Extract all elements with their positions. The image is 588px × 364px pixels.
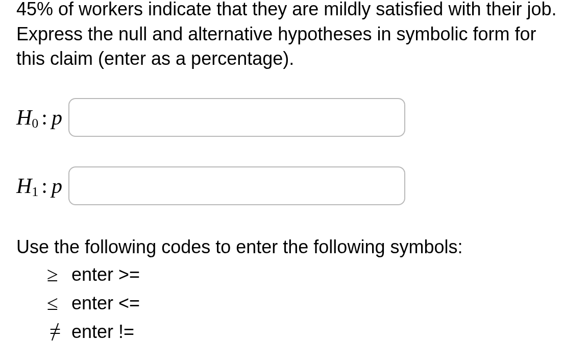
h0-p: p bbox=[52, 105, 62, 130]
hypothesis-block: H0 : p H1 : p bbox=[16, 98, 572, 205]
h0-sub: 0 bbox=[32, 116, 38, 131]
h0-colon: : bbox=[41, 105, 47, 130]
question-container: 45% of workers indicate that they are mi… bbox=[0, 0, 588, 346]
h0-label: H0 : p bbox=[16, 105, 62, 130]
h1-label: H1 : p bbox=[16, 174, 62, 198]
h0-input[interactable] bbox=[68, 98, 405, 137]
ne-symbol-icon bbox=[47, 318, 69, 346]
le-text: enter <= bbox=[71, 290, 140, 316]
ne-text: enter != bbox=[71, 319, 134, 345]
h1-sub: 1 bbox=[32, 184, 38, 200]
h0-H: H bbox=[16, 105, 32, 130]
h1-input[interactable] bbox=[68, 166, 405, 205]
question-text: 45% of workers indicate that they are mi… bbox=[16, 0, 572, 71]
h1-H: H bbox=[16, 174, 32, 198]
h1-row: H1 : p bbox=[16, 166, 572, 205]
neq-glyph bbox=[47, 318, 63, 346]
codes-list: ≥ enter >= ≤ enter <= enter != bbox=[16, 260, 572, 346]
h1-colon: : bbox=[41, 174, 47, 198]
code-row-le: ≤ enter <= bbox=[47, 289, 572, 318]
ge-text: enter >= bbox=[71, 262, 140, 287]
h0-row: H0 : p bbox=[16, 98, 572, 137]
ge-symbol-icon: ≥ bbox=[47, 260, 69, 289]
code-row-ge: ≥ enter >= bbox=[47, 260, 572, 289]
codes-intro: Use the following codes to enter the fol… bbox=[16, 235, 572, 260]
code-row-ne: enter != bbox=[47, 318, 572, 346]
h1-p: p bbox=[52, 174, 62, 198]
le-symbol-icon: ≤ bbox=[47, 289, 69, 318]
